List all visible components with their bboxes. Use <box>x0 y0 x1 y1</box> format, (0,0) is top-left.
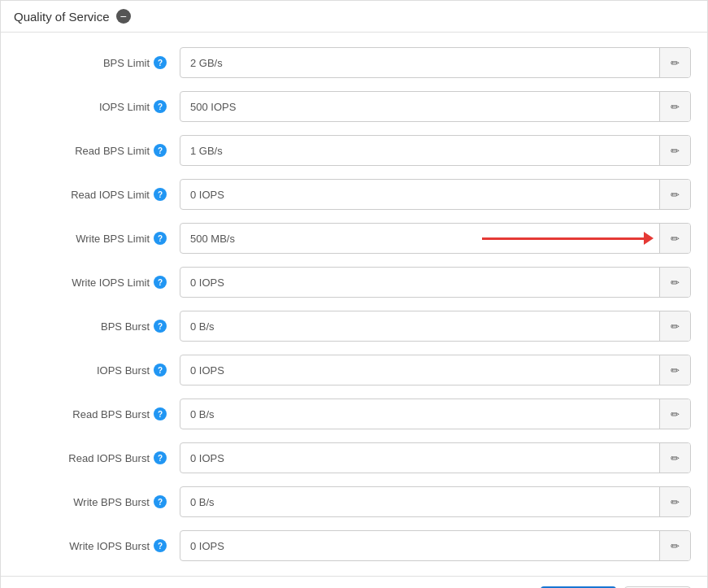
edit-button-read-bps-limit[interactable] <box>659 136 690 165</box>
form-row-iops-burst: IOPS Burst? <box>1 348 707 392</box>
help-icon-iops-limit[interactable]: ? <box>154 100 167 113</box>
help-icon-write-bps-limit[interactable]: ? <box>154 232 167 245</box>
label-write-bps-limit: Write BPS Limit? <box>17 232 180 245</box>
input-group-bps-limit <box>180 47 691 78</box>
label-text-read-iops-limit: Read IOPS Limit <box>71 189 150 201</box>
section-title: Quality of Service <box>14 10 110 24</box>
footer: Edit RBD Cancel <box>1 576 707 588</box>
pencil-icon-read-bps-burst <box>671 407 680 420</box>
input-group-iops-limit <box>180 91 691 122</box>
form-row-write-iops-burst: Write IOPS Burst? <box>1 524 707 568</box>
label-text-read-iops-burst: Read IOPS Burst <box>68 452 150 464</box>
label-read-iops-limit: Read IOPS Limit? <box>17 188 180 201</box>
input-iops-burst[interactable] <box>180 358 659 383</box>
input-group-iops-burst <box>180 355 691 385</box>
input-read-bps-burst[interactable] <box>180 402 659 427</box>
pencil-icon-write-iops-limit <box>671 276 680 289</box>
input-group-write-bps-limit <box>180 223 691 254</box>
pencil-icon-read-iops-limit <box>671 188 680 201</box>
red-arrow-indicator <box>482 232 654 245</box>
input-write-iops-burst[interactable] <box>180 534 659 559</box>
label-text-write-bps-limit: Write BPS Limit <box>76 233 150 245</box>
label-write-iops-burst: Write IOPS Burst? <box>17 539 180 552</box>
label-read-bps-limit: Read BPS Limit? <box>17 144 180 157</box>
form-row-iops-limit: IOPS Limit? <box>1 85 707 128</box>
input-bps-burst[interactable] <box>180 314 659 339</box>
form-row-write-bps-burst: Write BPS Burst? <box>1 480 707 524</box>
help-icon-write-iops-burst[interactable]: ? <box>154 539 167 552</box>
pencil-icon-bps-burst <box>671 320 680 333</box>
label-read-iops-burst: Read IOPS Burst? <box>17 451 180 464</box>
edit-button-write-bps-burst[interactable] <box>659 487 690 516</box>
pencil-icon-read-iops-burst <box>671 451 680 464</box>
form-row-write-bps-limit: Write BPS Limit? <box>1 216 707 260</box>
help-icon-write-iops-limit[interactable]: ? <box>154 276 167 289</box>
help-icon-read-bps-limit[interactable]: ? <box>154 144 167 157</box>
label-text-bps-burst: BPS Burst <box>101 320 150 333</box>
edit-button-write-iops-burst[interactable] <box>659 531 690 560</box>
help-icon-bps-limit[interactable]: ? <box>154 56 167 69</box>
input-group-write-bps-burst <box>180 486 691 517</box>
pencil-icon-iops-limit <box>671 100 680 113</box>
edit-button-iops-burst[interactable] <box>659 355 690 385</box>
edit-button-read-bps-burst[interactable] <box>659 399 690 429</box>
input-group-read-iops-limit <box>180 179 691 210</box>
form-row-read-iops-burst: Read IOPS Burst? <box>1 436 707 480</box>
input-group-read-bps-limit <box>180 135 691 166</box>
form-row-bps-burst: BPS Burst? <box>1 304 707 348</box>
label-text-write-iops-burst: Write IOPS Burst <box>69 540 150 552</box>
label-bps-limit: BPS Limit? <box>17 56 180 69</box>
help-icon-iops-burst[interactable]: ? <box>154 364 167 377</box>
label-text-read-bps-limit: Read BPS Limit <box>75 145 150 157</box>
label-text-write-iops-limit: Write IOPS Limit <box>72 277 150 289</box>
input-group-read-iops-burst <box>180 442 691 473</box>
label-text-iops-burst: IOPS Burst <box>97 364 150 377</box>
label-text-bps-limit: BPS Limit <box>103 57 150 69</box>
label-text-read-bps-burst: Read BPS Burst <box>72 408 150 420</box>
label-write-iops-limit: Write IOPS Limit? <box>17 276 180 289</box>
label-text-iops-limit: IOPS Limit <box>99 101 150 113</box>
form-row-write-iops-limit: Write IOPS Limit? <box>1 260 707 304</box>
pencil-icon-iops-burst <box>671 364 680 377</box>
label-iops-burst: IOPS Burst? <box>17 364 180 377</box>
input-write-iops-limit[interactable] <box>180 270 659 295</box>
input-read-iops-limit[interactable] <box>180 182 659 207</box>
pencil-icon-write-bps-burst <box>671 495 680 508</box>
label-iops-limit: IOPS Limit? <box>17 100 180 113</box>
edit-button-iops-limit[interactable] <box>659 92 690 121</box>
form-container: BPS Limit?IOPS Limit?Read BPS Limit?Read… <box>1 33 707 576</box>
form-row-read-iops-limit: Read IOPS Limit? <box>1 172 707 216</box>
edit-button-write-bps-limit[interactable] <box>659 224 690 253</box>
pencil-icon-read-bps-limit <box>671 144 680 157</box>
help-icon-read-iops-burst[interactable]: ? <box>154 451 167 464</box>
label-bps-burst: BPS Burst? <box>17 320 180 333</box>
help-icon-read-bps-burst[interactable]: ? <box>154 407 167 420</box>
collapse-icon[interactable]: − <box>116 9 131 24</box>
input-group-read-bps-burst <box>180 399 691 429</box>
edit-button-bps-limit[interactable] <box>659 48 690 77</box>
pencil-icon-bps-limit <box>671 56 680 69</box>
label-read-bps-burst: Read BPS Burst? <box>17 407 180 420</box>
help-icon-bps-burst[interactable]: ? <box>154 320 167 333</box>
edit-button-write-iops-limit[interactable] <box>659 268 690 297</box>
input-bps-limit[interactable] <box>180 50 659 76</box>
page-wrapper: Quality of Service − BPS Limit?IOPS Limi… <box>0 0 708 588</box>
input-group-write-iops-burst <box>180 530 691 561</box>
help-icon-read-iops-limit[interactable]: ? <box>154 188 167 201</box>
edit-button-bps-burst[interactable] <box>659 311 690 341</box>
form-row-read-bps-burst: Read BPS Burst? <box>1 392 707 436</box>
input-read-iops-burst[interactable] <box>180 446 659 471</box>
edit-button-read-iops-limit[interactable] <box>659 180 690 209</box>
label-text-write-bps-burst: Write BPS Burst <box>73 496 150 508</box>
input-iops-limit[interactable] <box>180 94 659 120</box>
form-row-bps-limit: BPS Limit? <box>1 41 707 85</box>
input-read-bps-limit[interactable] <box>180 138 659 163</box>
input-group-write-iops-limit <box>180 267 691 298</box>
pencil-icon-write-iops-burst <box>671 539 680 552</box>
input-write-bps-burst[interactable] <box>180 490 659 515</box>
form-row-read-bps-limit: Read BPS Limit? <box>1 128 707 172</box>
help-icon-write-bps-burst[interactable]: ? <box>154 495 167 508</box>
edit-button-read-iops-burst[interactable] <box>659 443 690 473</box>
label-write-bps-burst: Write BPS Burst? <box>17 495 180 508</box>
input-group-bps-burst <box>180 311 691 342</box>
